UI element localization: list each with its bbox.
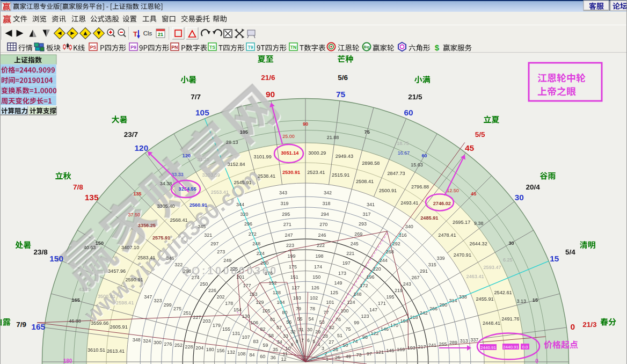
svg-text:54: 54 — [308, 316, 314, 322]
svg-text:273: 273 — [217, 249, 225, 254]
svg-text:323: 323 — [154, 298, 162, 303]
svg-text:2568.41: 2568.41 — [170, 217, 187, 223]
svg-text:341: 341 — [367, 202, 375, 207]
svg-text:2949.43: 2949.43 — [336, 154, 353, 159]
svg-text:4: 4 — [317, 342, 320, 347]
svg-text:45: 45 — [471, 191, 476, 196]
svg-text:3: 3 — [322, 346, 324, 351]
svg-text:12: 12 — [281, 356, 286, 362]
svg-text:320: 320 — [240, 212, 249, 217]
svg-text:170: 170 — [390, 323, 398, 328]
svg-text:220: 220 — [373, 266, 381, 272]
svg-text:242: 242 — [420, 310, 428, 316]
svg-text:219: 219 — [395, 288, 403, 293]
svg-text:221: 221 — [346, 251, 354, 256]
svg-text:46.88: 46.88 — [69, 318, 81, 324]
svg-text:203: 203 — [203, 318, 211, 324]
svg-text:227: 227 — [193, 315, 201, 320]
svg-text:2523.41: 2523.41 — [307, 170, 325, 175]
svg-text:2538.41: 2538.41 — [258, 173, 275, 179]
svg-text:313: 313 — [460, 338, 468, 344]
svg-text:244: 244 — [380, 258, 388, 263]
svg-text:174: 174 — [314, 264, 322, 270]
svg-text:PN: PN — [172, 45, 178, 50]
svg-text:34: 34 — [277, 339, 282, 345]
svg-text:50: 50 — [342, 343, 348, 348]
svg-text:201: 201 — [236, 274, 244, 280]
svg-text:51: 51 — [337, 333, 342, 338]
svg-text:27: 27 — [329, 339, 334, 345]
svg-text:246: 246 — [318, 232, 326, 238]
svg-text:2440.91: 2440.91 — [503, 345, 519, 350]
svg-text:315: 315 — [428, 262, 436, 267]
svg-text:149: 149 — [334, 280, 342, 286]
svg-text:7/8: 7/8 — [73, 183, 83, 191]
svg-text:2500.91: 2500.91 — [379, 188, 397, 193]
svg-text:2463.41: 2463.41 — [466, 274, 484, 279]
svg-text:78: 78 — [310, 306, 315, 311]
svg-text:25.00: 25.00 — [282, 134, 295, 139]
svg-text:55: 55 — [297, 316, 302, 322]
svg-text:296: 296 — [244, 221, 252, 227]
svg-text:314: 314 — [449, 298, 457, 303]
svg-text:29: 29 — [315, 329, 320, 334]
svg-text:266: 266 — [429, 306, 438, 311]
svg-text:3559.66: 3559.66 — [91, 321, 108, 326]
svg-text:198: 198 — [315, 253, 323, 259]
svg-text:153: 153 — [249, 292, 257, 297]
svg-text:60: 60 — [421, 153, 427, 158]
svg-text:126: 126 — [311, 285, 319, 290]
svg-text:247: 247 — [285, 232, 293, 238]
svg-text:135: 135 — [133, 191, 141, 196]
svg-text:3457.96: 3457.96 — [108, 268, 126, 274]
svg-text:342: 342 — [324, 190, 332, 195]
svg-text:340: 340 — [405, 224, 413, 229]
svg-text:52: 52 — [329, 325, 334, 330]
svg-text:98: 98 — [362, 334, 368, 340]
svg-text:28.13: 28.13 — [226, 140, 238, 145]
svg-text:271: 271 — [283, 222, 291, 227]
svg-text:84: 84 — [250, 352, 255, 358]
svg-text:2613.41: 2613.41 — [107, 348, 125, 354]
svg-text:165: 165 — [31, 322, 45, 331]
svg-text:105: 105 — [262, 308, 270, 314]
svg-text:275: 275 — [173, 306, 181, 311]
svg-text:T9: T9 — [248, 45, 253, 50]
svg-text:$: $ — [435, 43, 440, 52]
svg-text:90: 90 — [303, 121, 308, 127]
svg-text:56: 56 — [286, 319, 291, 325]
svg-text:Cls: Cls — [143, 30, 152, 37]
svg-text:176: 176 — [265, 271, 273, 276]
svg-text:2508.41: 2508.41 — [356, 179, 374, 184]
svg-text:79: 79 — [296, 306, 301, 311]
svg-text:180: 180 — [63, 358, 72, 364]
svg-text:3508.81: 3508.81 — [98, 294, 115, 299]
svg-text:18.75: 18.75 — [397, 141, 409, 146]
svg-text:150: 150 — [96, 241, 104, 246]
svg-text:20/4: 20/4 — [526, 183, 541, 191]
svg-text:290: 290 — [439, 302, 447, 308]
svg-text:131: 131 — [232, 331, 240, 336]
svg-text:2448.41: 2448.41 — [483, 321, 500, 326]
svg-text:5/4: 5/4 — [565, 248, 575, 256]
svg-text:177: 177 — [243, 283, 251, 288]
svg-text:200: 200 — [260, 260, 268, 266]
svg-text:60: 60 — [404, 108, 413, 117]
svg-text:120: 120 — [183, 153, 191, 158]
svg-text:16.67: 16.67 — [398, 150, 410, 156]
svg-text:81: 81 — [270, 317, 275, 322]
svg-text:146: 146 — [381, 326, 389, 332]
svg-text:270: 270 — [319, 222, 327, 227]
svg-text:7/9: 7/9 — [16, 321, 26, 329]
svg-text:145: 145 — [387, 348, 395, 353]
svg-text:23/8: 23/8 — [33, 248, 48, 256]
svg-text:293: 293 — [359, 221, 367, 227]
svg-text:P9: P9 — [130, 45, 136, 50]
svg-text:172: 172 — [360, 283, 368, 288]
svg-text:175: 175 — [289, 264, 297, 270]
svg-text:193: 193 — [407, 345, 415, 351]
svg-text:3152.84: 3152.84 — [227, 162, 245, 167]
svg-text:300: 300 — [154, 340, 162, 345]
svg-text:2545.91: 2545.91 — [234, 180, 251, 185]
svg-text:57: 57 — [276, 325, 282, 330]
